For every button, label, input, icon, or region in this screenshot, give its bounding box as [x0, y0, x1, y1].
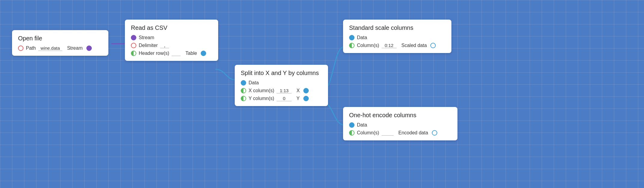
- x-out-port[interactable]: [303, 88, 309, 93]
- one-hot-title: One-hot encode columns: [349, 112, 451, 119]
- x-col-label: X column(s): [249, 88, 274, 93]
- read-csv-title: Read as CSV: [131, 24, 212, 31]
- y-col-port[interactable]: [241, 96, 246, 101]
- scale-data-label: Data: [357, 35, 367, 40]
- onehot-data-in-port[interactable]: [349, 122, 355, 128]
- scale-col-label: Column(s): [357, 43, 379, 48]
- table-out-label: Table: [185, 51, 197, 56]
- split-data-label: Data: [249, 80, 259, 86]
- read-csv-node: Read as CSV Stream Delimiter Header row(…: [125, 20, 218, 61]
- delimiter-input[interactable]: [160, 43, 169, 48]
- split-x-row: X column(s) X: [241, 88, 322, 93]
- y-col-label: Y column(s): [249, 96, 274, 101]
- read-csv-delimiter-row: Delimiter: [131, 43, 212, 48]
- stream-in-label: Stream: [139, 35, 154, 40]
- path-input[interactable]: [38, 45, 62, 51]
- y-out-label: Y: [296, 96, 300, 101]
- standard-scale-title: Standard scale columns: [349, 24, 445, 31]
- path-label: Path: [26, 45, 36, 51]
- stream-out-label: Stream: [67, 45, 83, 51]
- x-col-port[interactable]: [241, 88, 246, 93]
- onehot-data-row: Data: [349, 122, 451, 128]
- header-input[interactable]: [172, 51, 181, 56]
- onehot-col-row: Column(s) Encoded data: [349, 130, 451, 136]
- scale-col-port[interactable]: [349, 43, 355, 48]
- header-port[interactable]: [131, 51, 136, 56]
- onehot-col-label: Column(s): [357, 130, 379, 136]
- x-col-input[interactable]: [277, 88, 292, 93]
- open-file-title: Open file: [18, 35, 102, 42]
- split-xy-node: Split into X and Y by columns Data X col…: [235, 65, 328, 106]
- encoded-out-label: Encoded data: [398, 130, 428, 136]
- scale-col-input[interactable]: [382, 43, 397, 48]
- x-out-label: X: [296, 88, 300, 93]
- read-csv-stream-row: Stream: [131, 35, 212, 40]
- delimiter-label: Delimiter: [139, 43, 158, 48]
- header-label: Header row(s): [139, 51, 169, 56]
- y-col-input[interactable]: [277, 96, 292, 101]
- standard-scale-node: Standard scale columns Data Column(s) Sc…: [343, 20, 451, 53]
- split-xy-title: Split into X and Y by columns: [241, 70, 322, 77]
- scale-col-row: Column(s) Scaled data: [349, 43, 445, 48]
- y-out-port[interactable]: [303, 96, 309, 101]
- stream-in-port[interactable]: [131, 35, 136, 40]
- scaled-out-port[interactable]: [430, 43, 436, 48]
- encoded-out-port[interactable]: [432, 130, 437, 136]
- path-port-in[interactable]: [18, 45, 23, 51]
- split-data-in-port[interactable]: [241, 80, 246, 86]
- delimiter-port[interactable]: [131, 43, 136, 48]
- one-hot-node: One-hot encode columns Data Column(s) En…: [343, 107, 457, 140]
- onehot-col-input[interactable]: [382, 130, 394, 136]
- onehot-data-label: Data: [357, 122, 367, 128]
- table-out-port[interactable]: [201, 51, 206, 56]
- stream-out-port[interactable]: [86, 45, 92, 51]
- scale-data-row: Data: [349, 35, 445, 40]
- split-y-row: Y column(s) Y: [241, 96, 322, 101]
- open-file-node: Open file Path Stream: [12, 30, 108, 56]
- read-csv-header-row: Header row(s) Table: [131, 51, 212, 56]
- scale-data-in-port[interactable]: [349, 35, 355, 40]
- onehot-col-port[interactable]: [349, 130, 355, 136]
- scaled-out-label: Scaled data: [401, 43, 427, 48]
- open-file-path-row: Path Stream: [18, 45, 102, 51]
- split-data-row: Data: [241, 80, 322, 86]
